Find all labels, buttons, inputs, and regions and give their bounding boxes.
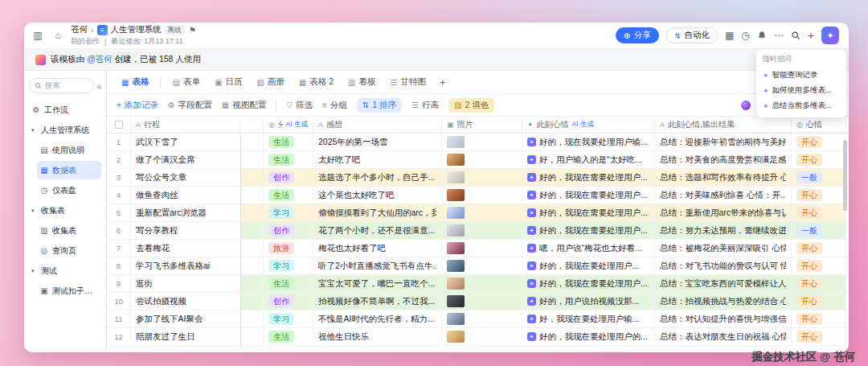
- cell-trip[interactable]: 做鱼香肉丝: [131, 187, 241, 204]
- vertical-scrollbar[interactable]: [843, 140, 847, 211]
- author-link[interactable]: @苍何: [87, 54, 113, 64]
- view-tab-4[interactable]: ▧画册: [250, 74, 290, 90]
- add-view-button[interactable]: +: [434, 76, 452, 88]
- cell-photo[interactable]: [442, 222, 522, 239]
- view-config-button[interactable]: ▦视图配置: [222, 100, 266, 111]
- cell-ai_mood[interactable]: ✦好的，我现在需要处理用户...: [522, 204, 655, 221]
- cell-result[interactable]: 总结：对飞书功能的赞叹与认可 情绪...: [655, 257, 792, 274]
- cell-ai_mood[interactable]: ✦好的，我现在需要处理用户...: [522, 187, 655, 204]
- view-tab-6[interactable]: ▥看板: [342, 74, 382, 90]
- cell-result[interactable]: 总结：重新使用arc带来的惊喜与认...: [655, 204, 792, 221]
- cell-result[interactable]: 总结：努力未达预期，需继续改进 心...: [655, 222, 792, 239]
- cell-result[interactable]: 总结：被梅花的美丽深深吸引 心情：...: [655, 240, 792, 257]
- add-icon[interactable]: +: [808, 29, 814, 42]
- sort-button[interactable]: ⇅1 排序: [357, 98, 402, 113]
- sidebar-item-collect-group[interactable]: ▾收集表: [29, 201, 101, 220]
- cell-trip[interactable]: 武汉下雪了: [131, 134, 241, 150]
- cell-category[interactable]: 创作: [264, 293, 313, 310]
- cell-mood[interactable]: 开心: [792, 204, 846, 221]
- cell-trip[interactable]: 做了个满汉全席: [131, 151, 241, 168]
- cell-ai_mood[interactable]: ✦好的，我现在需要处理用户...: [522, 275, 655, 292]
- share-button[interactable]: ⊕分享: [616, 27, 659, 43]
- cell-category[interactable]: 创作: [264, 169, 313, 186]
- cell-category[interactable]: 生活: [264, 328, 313, 345]
- cell-thought[interactable]: 太好吃了吧: [313, 151, 442, 168]
- cell-ai_mood[interactable]: ✦好，我现在要处理用户输...: [522, 310, 655, 327]
- row-number-cell[interactable]: 1: [107, 134, 131, 150]
- cell-ai_mood[interactable]: ✦好的，我现在需要处理用户...: [522, 222, 655, 239]
- cell-trip[interactable]: 陪朋友过了生日: [131, 328, 241, 345]
- ai-assistant-button[interactable]: ✦: [821, 27, 839, 44]
- cell-trip[interactable]: 去看梅花: [131, 240, 241, 257]
- add-record-button[interactable]: +添加记录: [117, 100, 158, 111]
- cell-result[interactable]: 总结：对认知提升的喜悦与增强信心 ...: [655, 310, 792, 327]
- filter-button[interactable]: ▽筛选: [286, 100, 313, 111]
- cell-result[interactable]: 总结：对美食的高度赞赏和满足感 ...: [655, 151, 792, 168]
- row-number-cell[interactable]: 10: [107, 293, 131, 310]
- cell-result[interactable]: 总结：迎接新年初雪的期待与美好 心...: [655, 134, 792, 150]
- row-number-cell[interactable]: 2: [107, 151, 131, 168]
- cell-ai_mood[interactable]: ✦好，用户输入的是“太好吃...: [522, 151, 655, 168]
- collapse-sidebar-icon[interactable]: «: [96, 81, 101, 91]
- sidebar-toggle-icon[interactable]: ▥: [31, 30, 45, 41]
- sidebar-item-test-group[interactable]: ▾测试: [29, 261, 101, 280]
- cell-thought[interactable]: 梅花也太好看了吧: [313, 240, 442, 257]
- cell-ai_mood[interactable]: ✦好的，用户说拍视频没那...: [522, 293, 655, 310]
- cell-result[interactable]: 总结：宝宝吃东西的可爱模样让人喜...: [655, 275, 792, 292]
- cell-mood[interactable]: 开心: [792, 134, 846, 150]
- fill-color-button[interactable]: ▨2 填色: [448, 98, 494, 113]
- cell-photo[interactable]: [442, 169, 522, 186]
- cell-trip[interactable]: 写分享教程: [131, 222, 241, 239]
- search-icon[interactable]: [791, 31, 800, 40]
- cell-trip[interactable]: 参加了线下AI聚会: [131, 310, 241, 327]
- column-header-category[interactable]: ◎分类AI 生成: [264, 117, 313, 133]
- row-number-cell[interactable]: 8: [107, 257, 131, 274]
- cell-thought[interactable]: 2025年的第一场雪: [313, 134, 442, 150]
- select-all-checkbox[interactable]: [107, 117, 131, 133]
- column-header-result[interactable]: A此刻心情,输出结果: [655, 117, 792, 133]
- breadcrumb-root[interactable]: 苍何: [71, 24, 88, 35]
- grid-view-icon[interactable]: ▦: [725, 30, 734, 41]
- cell-photo[interactable]: [442, 328, 522, 345]
- history-icon[interactable]: ◷: [741, 30, 749, 41]
- cell-category[interactable]: 学习: [264, 257, 313, 274]
- row-number-cell[interactable]: 3: [107, 169, 131, 186]
- cell-thought[interactable]: 拍视频好像不简单啊，不过我...: [313, 293, 442, 310]
- cell-ai_mood[interactable]: ✦嗯，用户说“梅花也太好看...: [522, 240, 655, 257]
- row-number-cell[interactable]: 4: [107, 187, 131, 204]
- cell-category[interactable]: 生活: [264, 187, 313, 204]
- sidebar-item-query-page[interactable]: ◎查询页: [37, 241, 101, 260]
- sidebar-item-dashboard[interactable]: ◷仪表盘: [37, 181, 101, 199]
- column-header-thought[interactable]: A感想: [313, 117, 442, 133]
- cell-thought[interactable]: 选题选了半个多小时，自己手...: [313, 169, 442, 186]
- ai-suggestion-2[interactable]: ✦如何使用多维表...: [762, 83, 841, 98]
- cell-result[interactable]: 总结：对美味感到惊喜 心情：开...: [655, 187, 792, 204]
- cell-photo[interactable]: [442, 204, 522, 221]
- cell-category[interactable]: 生活: [264, 134, 313, 150]
- cell-mood[interactable]: 开心: [792, 240, 846, 257]
- cell-ai_mood[interactable]: ✦好的，我现在要处理用户...: [522, 257, 655, 274]
- row-number-cell[interactable]: 5: [107, 204, 131, 221]
- cell-mood[interactable]: 开心: [792, 293, 846, 310]
- cell-category[interactable]: 学习: [264, 204, 313, 221]
- sidebar-search-input[interactable]: 搜索: [29, 78, 94, 93]
- cell-mood[interactable]: 开心: [792, 187, 846, 204]
- ai-suggestion-3[interactable]: ✦总结当前多维表...: [762, 98, 841, 113]
- row-height-button[interactable]: ☰行高: [411, 100, 439, 111]
- cell-mood[interactable]: 开心: [792, 151, 846, 168]
- more-actions-icon[interactable]: ⋯: [774, 30, 784, 41]
- cell-photo[interactable]: [442, 134, 522, 150]
- cell-thought[interactable]: 祝他生日快乐: [313, 328, 442, 345]
- cell-category[interactable]: 学习: [264, 310, 313, 327]
- row-number-cell[interactable]: 7: [107, 240, 131, 257]
- notifications-bell-icon[interactable]: [757, 31, 767, 40]
- cell-mood[interactable]: 一般: [792, 222, 846, 239]
- cell-result[interactable]: 总结：拍视频挑战与热爱的结合 心情...: [655, 293, 792, 310]
- cell-ai_mood[interactable]: ✦好的，我现在需要处理用户...: [522, 169, 655, 186]
- field-config-button[interactable]: ⚙字段配置: [168, 100, 212, 111]
- cell-photo[interactable]: [442, 293, 522, 310]
- column-header-ai_mood[interactable]: ✦此刻心情AI 生成: [522, 117, 655, 133]
- cell-photo[interactable]: [442, 310, 522, 327]
- cell-thought[interactable]: 听了2小时直播感觉飞书有点牛...: [313, 257, 442, 274]
- cell-mood[interactable]: 开心: [792, 328, 846, 345]
